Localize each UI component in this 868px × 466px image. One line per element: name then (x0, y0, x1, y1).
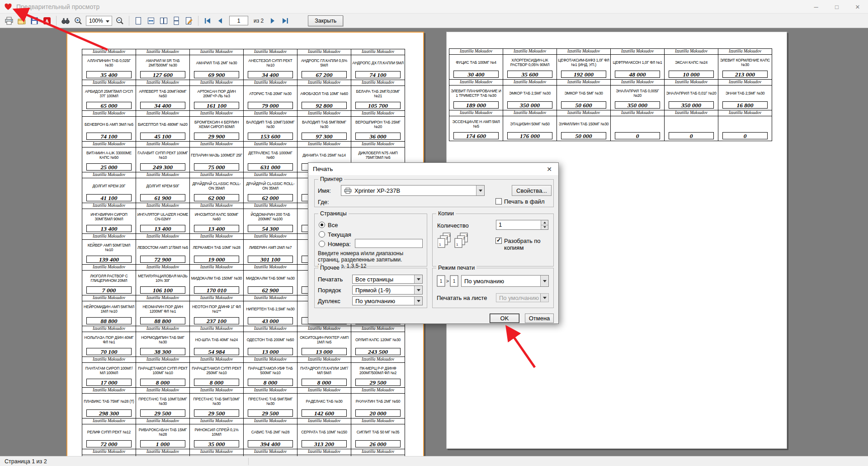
zoom-level-combo[interactable]: 100% (86, 16, 112, 26)
open-button[interactable] (15, 15, 28, 27)
price-label: Izzatilla MaksudovВЕРОШПИРОН ТАБ 25МГ №2… (351, 111, 405, 142)
printer-combo[interactable]: Xprinter XP-237B (341, 185, 485, 196)
labels-grid-page-2: Izzatilla MaksudovФУЦИС ТАБ 100МГ №430 4… (449, 48, 772, 141)
spinner-down-button[interactable] (541, 225, 548, 230)
label-product-name: ЭКСАН КАПС №24 (665, 55, 718, 70)
save-button[interactable] (28, 15, 40, 27)
label-price: 298 300 (86, 409, 132, 417)
price-label: Izzatilla MaksudovАРТОКСАН ПОР Д/ИН 20МГ… (190, 80, 244, 111)
label-product-name: ПРЕСТАНС ТАБ 5МГ/10МГ №30 (190, 394, 243, 409)
print-button[interactable] (3, 15, 15, 27)
label-price: 161 100 (194, 102, 239, 109)
radio-current-page[interactable] (319, 231, 325, 238)
duplex-dropdown[interactable] (414, 297, 422, 305)
maximize-button[interactable]: □ (826, 0, 847, 14)
last-page-button[interactable] (279, 15, 291, 27)
print-mode-combo[interactable]: По умолчанию (461, 275, 549, 287)
order-dropdown[interactable] (414, 286, 422, 294)
print-on-sheet-label: Печатать на листе (437, 295, 487, 301)
cancel-button-label: Отмена (529, 315, 550, 322)
label-product-name: ЭУФИЛЛИН ТАБ 150МГ №30 (557, 116, 610, 132)
duplex-value: По умолчанию (355, 298, 395, 304)
label-product-name: ХЛОРГЕКСИДИН-LIK РАСТВОР 0,05% 90МЛ (503, 55, 557, 70)
edit-page-button[interactable] (183, 15, 195, 27)
price-label: Izzatilla MaksudovМИДОКАЛМ ТАБ 150МГ №30… (190, 265, 244, 295)
label-product-name: ЭМКОР ТАБ 2,5МГ №30 (503, 86, 557, 101)
quantity-spinner[interactable]: 1 (496, 220, 548, 230)
properties-button[interactable]: Свойства... (512, 185, 552, 196)
spinner-up-button[interactable] (541, 220, 548, 225)
print-on-sheet-combo[interactable]: По умолчанию (496, 293, 549, 302)
pdf-export-button[interactable]: A (41, 15, 53, 27)
price-label: Izzatilla MaksudovВАЛОДИП ТАБ 10МГ/160МГ… (244, 111, 297, 142)
cancel-button[interactable]: Отмена (525, 314, 554, 323)
find-button[interactable] (59, 15, 71, 27)
label-product-name: АМАРИЛ ТАБ 2МГ №30 (190, 55, 243, 71)
print-mode-dropdown[interactable] (540, 276, 548, 286)
close-preview-button[interactable]: Закрыть (308, 15, 343, 26)
label-owner-name: Izzatilla Maksudov (557, 80, 610, 86)
facing-pages-button[interactable] (157, 15, 170, 27)
chevron-down-icon (417, 278, 420, 281)
label-product-name: ДРАЙДРАЙ CLASSIC ROLL-ON 35МЛ (244, 178, 297, 194)
price-label: Izzatilla MaksudovЛЕРКАМЕН ТАБ 10МГ №281… (190, 234, 244, 265)
label-price: 36 000 (355, 133, 401, 140)
print-on-sheet-dropdown[interactable] (540, 294, 548, 302)
zoom-out-button[interactable] (113, 15, 126, 27)
duplex-combo[interactable]: По умолчанию (352, 296, 423, 305)
label-price: 249 300 (140, 163, 185, 171)
printer-name-label: Имя: (318, 187, 331, 194)
label-price: 29 500 (248, 409, 293, 417)
price-label: Izzatilla MaksudovВАЛОДИП ТАБ 5МГ/80МГ №… (297, 111, 351, 142)
folder-open-icon (17, 16, 26, 25)
price-label: Izzatilla MaksudovАНЕСТЕЗОЛ СУПП РЕКТ №1… (244, 49, 297, 80)
price-label: Izzatilla Maksudov0 (665, 110, 718, 141)
label-owner-name: Izzatilla Maksudov (718, 49, 772, 55)
page-numbers-input[interactable] (355, 239, 423, 248)
page-number-input[interactable] (229, 16, 248, 25)
statusbar-separator (248, 458, 249, 465)
price-label: Izzatilla MaksudovОКСИТОЦИН-РИХТЕР АМП 1… (297, 326, 351, 357)
label-owner-name: Izzatilla Maksudov (351, 449, 405, 455)
printer-combo-dropdown[interactable] (476, 185, 484, 195)
label-price: 29 500 (194, 409, 239, 417)
label-price: 631 000 (248, 163, 293, 171)
label-price: 106 100 (140, 286, 185, 294)
price-label: Izzatilla MaksudovКЕЙВЕР АМП 50МГ/2МЛ №1… (82, 234, 136, 265)
print-dialog-titlebar[interactable]: Печать ✕ (308, 163, 558, 175)
collate-checkbox[interactable] (495, 238, 502, 244)
continuous-pages-button[interactable] (170, 15, 182, 27)
label-owner-name: Izzatilla Maksudov (503, 49, 557, 55)
label-owner-name: Izzatilla Maksudov (297, 449, 351, 455)
label-owner-name: Izzatilla Maksudov (190, 449, 243, 455)
price-label: Izzatilla MaksudovСАВИС ТАБ 2МГ №28394 4… (244, 418, 297, 449)
prev-page-button[interactable] (214, 15, 226, 27)
close-button[interactable]: ✕ (847, 0, 868, 14)
print-what-combo[interactable]: Все страницы (352, 275, 423, 284)
label-owner-name: Izzatilla Maksudov (449, 80, 503, 86)
label-price: 54 300 (248, 225, 293, 232)
order-combo[interactable]: Прямой (1-9) (352, 285, 423, 295)
minimize-button[interactable]: ─ (806, 0, 826, 14)
price-label: Izzatilla MaksudovРИВАРОКСАБАН ТАБ 15МГ … (136, 418, 190, 449)
label-product-name (718, 116, 772, 132)
continuous-pages-icon (172, 16, 181, 25)
dialog-close-button[interactable]: ✕ (541, 163, 558, 175)
label-product-name: АЛЛАПИНИН ТАБ 0,025Г №30 (82, 55, 136, 71)
page-width-button[interactable] (145, 15, 157, 27)
print-to-file-checkbox[interactable] (495, 198, 502, 204)
radio-all-pages[interactable] (319, 222, 325, 228)
radio-page-numbers[interactable] (319, 241, 325, 247)
whole-page-button[interactable] (132, 15, 144, 27)
ok-button[interactable]: OK (490, 314, 519, 323)
label-price: 88 800 (140, 317, 185, 324)
label-price: 13 400 (140, 225, 185, 232)
label-owner-name: Izzatilla Maksudov (190, 80, 243, 86)
zoom-in-button[interactable] (72, 15, 84, 27)
label-owner-name: Izzatilla Maksudov (136, 234, 189, 240)
next-page-button[interactable] (266, 15, 278, 27)
label-price: 13 000 (302, 348, 347, 355)
first-page-button[interactable] (201, 15, 213, 27)
print-what-dropdown[interactable] (414, 275, 422, 283)
close-preview-label: Закрыть (315, 18, 336, 24)
